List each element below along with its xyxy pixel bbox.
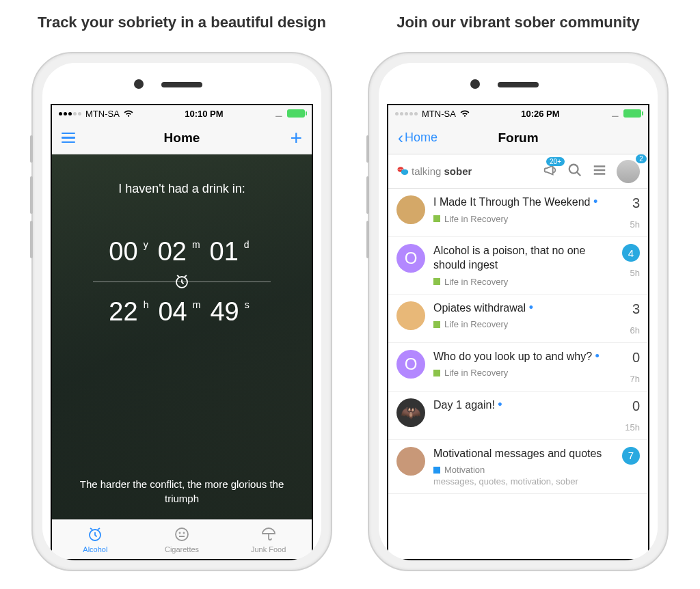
tab-bar: Alcohol Cigarettes Junk Food: [52, 519, 312, 559]
back-button[interactable]: ‹ Home: [398, 128, 438, 148]
add-button[interactable]: +: [290, 128, 302, 148]
avatar-badge: 2: [636, 154, 647, 163]
status-bar: MTN-SA 10:10 PM ⚊: [52, 105, 312, 122]
thread-row[interactable]: Motivational messages and quotes Motivat…: [388, 440, 648, 495]
svg-point-4: [184, 532, 185, 533]
motivational-quote: The harder the conflict, the more glorio…: [66, 477, 298, 506]
thread-time: 6h: [630, 325, 640, 335]
panel-caption-right: Join our vibrant sober community: [396, 14, 640, 31]
svg-point-3: [180, 532, 180, 533]
tab-label: Junk Food: [251, 545, 286, 553]
thread-title: Opiates withdrawal •: [433, 301, 622, 316]
search-button[interactable]: [567, 163, 582, 180]
tracker-view: I haven't had a drink in: 00y 02m 01d 22…: [52, 154, 312, 519]
tab-alcohol[interactable]: Alcohol: [52, 520, 139, 559]
battery-icon: [623, 109, 641, 118]
svg-point-10: [569, 164, 578, 173]
phone-frame-right: MTN-SA 10:26 PM ⚊ ‹ Home: [368, 52, 669, 571]
tab-label: Alcohol: [83, 545, 107, 553]
thread-avatar[interactable]: [396, 447, 425, 476]
svg-point-9: [401, 169, 409, 174]
nav-title: Forum: [498, 131, 538, 146]
category-color-icon: [433, 215, 440, 222]
battery-icon: [287, 109, 305, 118]
reply-count: 3: [632, 195, 640, 211]
alarm-icon: [174, 273, 190, 290]
thread-avatar[interactable]: O: [396, 244, 425, 273]
status-time: 10:26 PM: [521, 109, 559, 119]
nav-title: Home: [164, 131, 200, 146]
thread-avatar[interactable]: [396, 195, 425, 224]
thread-title: Alcohol is a poison, that no one should …: [433, 244, 614, 273]
announce-badge: 20+: [546, 157, 565, 166]
unread-dot-icon: •: [529, 301, 533, 314]
profile-avatar[interactable]: 2: [617, 160, 640, 183]
alarm-icon: [87, 526, 103, 544]
chevron-left-icon: ‹: [398, 128, 403, 148]
counter-divider: [93, 282, 271, 282]
thread-time: 5h: [630, 219, 640, 230]
counter-ymd: 00y 02m 01d: [109, 237, 254, 266]
thread-time: 15h: [625, 422, 640, 433]
chat-bubble-icon: [396, 165, 409, 178]
category-label: Motivation: [444, 465, 485, 475]
back-label: Home: [405, 131, 438, 145]
tab-junkfood[interactable]: Junk Food: [225, 520, 312, 559]
category-color-icon: [433, 278, 440, 285]
unread-dot-icon: •: [498, 398, 502, 411]
thread-time: 5h: [630, 268, 640, 278]
thread-title: Who do you look up to and why? •: [433, 350, 622, 364]
tab-cigarettes[interactable]: Cigarettes: [139, 520, 226, 559]
thread-avatar[interactable]: 🦇: [396, 398, 425, 427]
forum-header: talking sober 20+: [388, 154, 648, 189]
wifi-icon: [460, 108, 470, 120]
tracker-heading: I haven't had a drink in:: [118, 182, 245, 196]
category-label: Life in Recovery: [444, 277, 508, 287]
thread-title: I Made It Through The Weekend •: [433, 195, 622, 210]
thread-avatar[interactable]: [396, 301, 425, 330]
reply-count: 0: [632, 398, 640, 414]
wifi-icon: [124, 108, 133, 120]
svg-point-7: [400, 169, 401, 170]
category-color-icon: [433, 467, 440, 474]
reply-count: 0: [632, 350, 640, 366]
menu-button[interactable]: [592, 163, 607, 180]
status-bar: MTN-SA 10:26 PM ⚊: [388, 105, 648, 122]
thread-title: Day 1 again! •: [433, 398, 617, 413]
thread-tags: messages, quotes, motivation, sober: [433, 476, 614, 487]
category-label: Life in Recovery: [444, 319, 508, 329]
reply-count-badge: 4: [622, 244, 640, 262]
unread-dot-icon: •: [593, 195, 597, 208]
bluetooth-icon: ⚊: [275, 109, 283, 119]
face-icon: [174, 526, 190, 544]
thread-row[interactable]: Opiates withdrawal • Life in Recovery 3 …: [388, 294, 648, 343]
panel-caption-left: Track your sobriety in a beautiful desig…: [38, 14, 326, 31]
forum-list[interactable]: I Made It Through The Weekend • Life in …: [388, 189, 648, 559]
category-label: Life in Recovery: [444, 368, 508, 378]
menu-icon[interactable]: [62, 133, 75, 143]
bluetooth-icon: ⚊: [611, 109, 619, 119]
reply-count-badge: 7: [622, 447, 640, 465]
thread-row[interactable]: O Who do you look up to and why? • Life …: [388, 343, 648, 392]
carrier-label: MTN-SA: [85, 109, 120, 119]
status-time: 10:10 PM: [185, 109, 223, 119]
svg-point-2: [176, 528, 188, 540]
thread-row[interactable]: 🦇 Day 1 again! • 0 15h: [388, 392, 648, 440]
thread-time: 7h: [630, 374, 640, 384]
signal-dots-icon: [59, 112, 81, 115]
thread-row[interactable]: I Made It Through The Weekend • Life in …: [388, 189, 648, 237]
forum-logo[interactable]: talking sober: [396, 165, 472, 178]
signal-dots-icon: [395, 112, 418, 115]
reply-count: 3: [632, 301, 640, 317]
thread-row[interactable]: O Alcohol is a poison, that no one shoul…: [388, 237, 648, 294]
thread-avatar[interactable]: O: [396, 350, 425, 379]
nav-bar: ‹ Home Forum: [388, 122, 648, 154]
svg-point-6: [399, 169, 400, 170]
category-label: Life in Recovery: [444, 214, 508, 224]
phone-frame-left: MTN-SA 10:10 PM ⚊ Home +: [31, 52, 332, 571]
announcements-button[interactable]: 20+: [543, 163, 558, 180]
thread-title: Motivational messages and quotes: [433, 447, 614, 461]
unread-dot-icon: •: [595, 349, 600, 363]
counter-hms: 22h 04m 49s: [109, 297, 254, 327]
carrier-label: MTN-SA: [422, 109, 456, 119]
